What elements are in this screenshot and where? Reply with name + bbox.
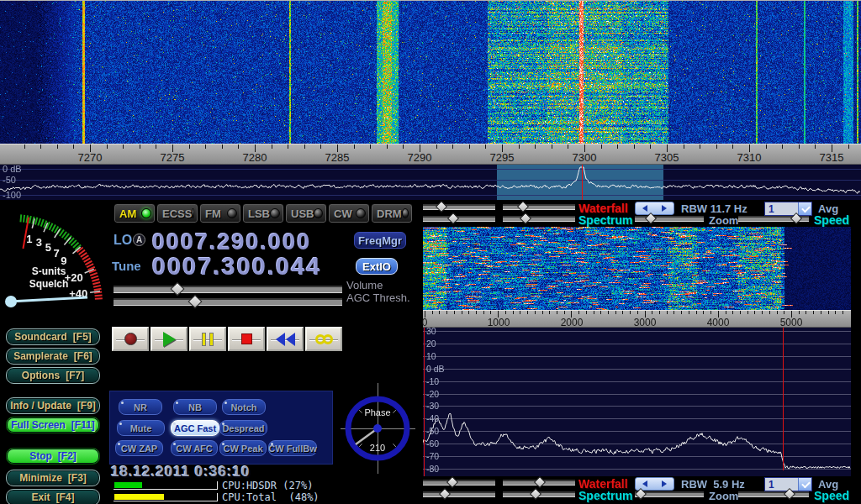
overview-db-label: 0 dB (3, 164, 22, 174)
audio-waterfall-display[interactable] (423, 227, 851, 310)
slider-thumb[interactable] (447, 213, 459, 224)
left-button-minimize[interactable]: Minimize[F3] (6, 470, 100, 486)
spectrum-upper-level-slider[interactable] (423, 213, 495, 224)
transport-stop-button[interactable] (228, 327, 265, 351)
arrow-right-icon[interactable] (662, 480, 667, 487)
left-button-info-update[interactable]: Info / Update[F9] (6, 397, 100, 414)
mode-button-am[interactable]: AM (114, 203, 156, 223)
speed2-label: Speed (814, 489, 849, 502)
spectrum2-upper-level-slider[interactable] (423, 489, 495, 500)
arrow-right-icon[interactable] (662, 205, 667, 212)
dsp-button-agc-fast[interactable]: AGC Fast (171, 420, 219, 436)
hdsdr-window: 7270727572807285729072957300730573107315… (0, 0, 861, 504)
loop-icon (315, 334, 333, 344)
scale-tick (107, 144, 108, 149)
mode-button-drm[interactable]: DRM (371, 203, 413, 223)
transport-loop-button[interactable] (305, 327, 342, 351)
lo-lock-badge[interactable]: A (133, 234, 145, 246)
arrow-left-icon[interactable] (642, 205, 647, 212)
tune-frequency-value[interactable]: 0007.300.044 (152, 253, 321, 281)
slider-thumb[interactable] (530, 488, 541, 500)
dsp-button-cw-fullbw[interactable]: CW FullBw (268, 440, 317, 456)
audio-db-label: 0 dB (426, 364, 445, 374)
slider-thumb[interactable] (635, 488, 647, 500)
slider-thumb[interactable] (446, 476, 458, 488)
volume-slider[interactable] (114, 283, 342, 297)
speed2-slider[interactable] (738, 489, 809, 500)
left-button-soundcard[interactable]: Soundcard[F5] (6, 328, 100, 345)
arrow-left-icon[interactable] (642, 480, 647, 487)
scale-tick (485, 144, 486, 149)
dsp-button-cw-zap[interactable]: CW ZAP (115, 440, 163, 456)
slider-track[interactable] (423, 204, 495, 210)
agc-threshold-slider[interactable] (114, 296, 342, 309)
audio-db-label: 30 (426, 326, 436, 336)
slider-thumb[interactable] (520, 213, 531, 224)
slider-track[interactable] (738, 491, 809, 497)
waterfall2-lower-level-slider[interactable] (503, 477, 575, 488)
slider-thumb[interactable] (645, 213, 657, 224)
slider-thumb[interactable] (171, 282, 185, 297)
freqmgr-button[interactable]: FreqMgr (354, 232, 406, 249)
left-button-stop[interactable]: Stop[F2] (6, 448, 100, 465)
mode-button-lsb[interactable]: LSB (242, 203, 284, 223)
scale-tick (615, 311, 616, 314)
left-button-full-screen[interactable]: Full Screen[F11] (6, 417, 100, 433)
mode-button-cw[interactable]: CW (328, 203, 370, 223)
slider-thumb[interactable] (439, 488, 451, 500)
waterfall-upper-level-slider[interactable] (423, 202, 495, 213)
slider-track[interactable] (503, 204, 575, 210)
tune-label: Tune (112, 259, 141, 273)
overview-spectrum[interactable] (0, 165, 861, 200)
mode-button-ecss[interactable]: ECSS (156, 203, 198, 223)
left-button-key: [F5] (73, 331, 92, 343)
waterfall-lower-level-slider[interactable] (503, 202, 575, 213)
transport-rewind-button[interactable] (267, 327, 304, 351)
audio-spectrum-display[interactable] (423, 328, 851, 476)
waterfall2-upper-level-slider[interactable] (423, 477, 495, 488)
slider-thumb[interactable] (517, 201, 529, 213)
s-meter[interactable] (2, 204, 108, 317)
left-button-key: [F6] (74, 350, 92, 362)
slider-track[interactable] (423, 480, 495, 486)
zoom-slider[interactable] (635, 213, 704, 224)
slider-thumb[interactable] (534, 476, 546, 488)
mode-button-usb[interactable]: USB (285, 203, 327, 223)
dsp-button-notch[interactable]: Notch (222, 399, 266, 415)
audio-db-label: 20 (426, 339, 436, 349)
main-waterfall-display[interactable] (0, 1, 861, 144)
slider-thumb[interactable] (784, 488, 795, 500)
slider-thumb[interactable] (790, 213, 802, 224)
audio-frequency-scale[interactable]: 010002000300040005000 (423, 310, 851, 328)
slider-thumb[interactable] (436, 201, 447, 213)
audio-db-label: -80 (426, 464, 439, 474)
transport-pause-button[interactable] (189, 327, 226, 351)
dsp-button-mute[interactable]: Mute (117, 420, 165, 436)
left-button-exit[interactable]: Exit[F4] (6, 489, 100, 504)
dsp-button-cw-peak[interactable]: CW Peak (219, 440, 267, 456)
transport-record-button[interactable] (112, 327, 149, 351)
spectrum2-lower-level-slider[interactable] (503, 489, 575, 500)
scale-label: 2000 (561, 317, 584, 328)
speed-slider[interactable] (738, 213, 809, 224)
slider-track[interactable] (114, 298, 342, 306)
mode-button-fm[interactable]: FM (199, 203, 241, 223)
slider-track[interactable] (114, 286, 342, 293)
dsp-button-cw-afc[interactable]: CW AFC (171, 440, 218, 456)
scale-tick (652, 311, 652, 314)
extio-button[interactable]: ExtIO (356, 258, 398, 275)
lo-frequency-value[interactable]: 0007.290.000 (152, 229, 311, 255)
slider-track[interactable] (503, 216, 575, 222)
dsp-button-despread[interactable]: Despread (219, 420, 267, 436)
zoom2-slider[interactable] (635, 489, 704, 500)
spectrum-lower-level-slider[interactable] (503, 213, 575, 224)
left-button-samplerate[interactable]: Samplerate[F6] (6, 348, 100, 365)
slider-thumb[interactable] (188, 295, 203, 309)
transport-play-button[interactable] (151, 327, 188, 351)
left-button-options[interactable]: Options[F7] (6, 367, 100, 384)
dsp-button-nr[interactable]: NR (119, 399, 162, 415)
dsp-button-nb[interactable]: NB (173, 399, 217, 415)
slider-track[interactable] (423, 491, 495, 497)
slider-track[interactable] (423, 216, 495, 222)
rf-frequency-scale[interactable]: 7270727572807285729072957300730573107315 (0, 144, 861, 165)
